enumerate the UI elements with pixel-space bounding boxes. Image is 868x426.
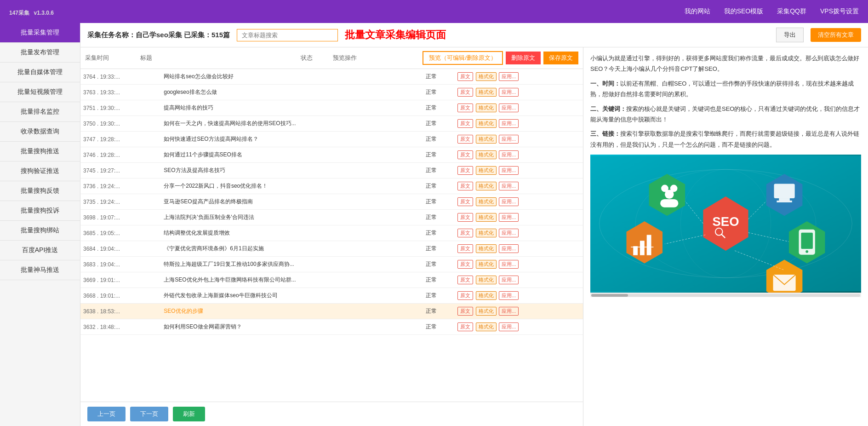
tag-original-7[interactable]: 原文	[457, 182, 473, 190]
tag-format-13[interactable]: 格式化	[476, 276, 497, 284]
sidebar-item-shenma[interactable]: 批量神马推送	[0, 260, 80, 280]
cell-status: 正常	[423, 304, 455, 319]
tag-original-4[interactable]: 原文	[457, 135, 473, 144]
tag-apply-14[interactable]: 应用...	[499, 291, 519, 300]
delete-original-button[interactable]: 删除原文	[506, 52, 541, 64]
preview-scrollbar[interactable]	[590, 293, 861, 297]
scrollbar-thumb[interactable]	[591, 294, 628, 297]
tag-original-1[interactable]: 原文	[457, 88, 473, 97]
tag-apply-13[interactable]: 应用...	[499, 276, 519, 284]
table-row[interactable]: 3683 . 19:04:... 特斯拉上海超级工厂19日复工推动100多家供应…	[80, 257, 583, 272]
table-row[interactable]: 3751 . 19:30:... 提高网站排名的技巧 正常 原文 格式化 应用.…	[80, 100, 583, 116]
tag-format-15[interactable]: 格式化	[476, 307, 497, 316]
tag-format-11[interactable]: 格式化	[476, 244, 497, 253]
table-row[interactable]: 3764 . 19:33:... 网站排名seo怎么做会比较好 正常 原文 格式…	[80, 69, 583, 85]
tag-apply-10[interactable]: 应用...	[499, 229, 519, 237]
table-row[interactable]: 3746 . 19:28:... 如何通过11个步骤提高SEO排名 正常 原文 …	[80, 147, 583, 163]
tag-format-0[interactable]: 格式化	[476, 72, 497, 81]
table-row[interactable]: 3684 . 19:04:... 《宁夏优化营商环境条例》6月1日起实施 正常 …	[80, 241, 583, 257]
tag-format-10[interactable]: 格式化	[476, 229, 497, 237]
tag-original-16[interactable]: 原文	[457, 322, 473, 331]
tag-format-12[interactable]: 格式化	[476, 260, 497, 269]
prev-page-button[interactable]: 上一页	[87, 407, 126, 421]
sidebar-item-publish[interactable]: 批量发布管理	[0, 43, 80, 63]
tag-original-6[interactable]: 原文	[457, 166, 473, 175]
sidebar-item-sogou-complaint[interactable]: 批量搜狗投诉	[0, 201, 80, 221]
sidebar-item-collect[interactable]: 批量采集管理	[0, 23, 80, 43]
table-row[interactable]: 3745 . 19:27:... SEO方法及提高排名技巧 正常 原文 格式化 …	[80, 163, 583, 178]
sidebar-item-sogou-feedback[interactable]: 批量搜狗反馈	[0, 181, 80, 201]
tag-apply-3[interactable]: 应用...	[499, 119, 519, 128]
tag-apply-4[interactable]: 应用...	[499, 135, 519, 144]
tag-apply-16[interactable]: 应用...	[499, 322, 519, 331]
nav-vps-settings[interactable]: VPS拨号设置	[820, 7, 859, 16]
tag-format-14[interactable]: 格式化	[476, 291, 497, 300]
tag-original-2[interactable]: 原文	[457, 104, 473, 112]
tag-format-5[interactable]: 格式化	[476, 150, 497, 159]
export-button[interactable]: 导出	[776, 28, 804, 42]
tag-apply-6[interactable]: 应用...	[499, 166, 519, 175]
svg-point-25	[805, 250, 808, 253]
tag-apply-8[interactable]: 应用...	[499, 197, 519, 206]
search-input[interactable]	[237, 29, 338, 41]
sidebar-item-rank[interactable]: 批量排名监控	[0, 102, 80, 122]
nav-seo-template[interactable]: 我的SEO模版	[724, 7, 764, 16]
tag-original-0[interactable]: 原文	[457, 72, 473, 81]
tag-original-14[interactable]: 原文	[457, 291, 473, 300]
sidebar-item-video[interactable]: 批量短视频管理	[0, 82, 80, 102]
tag-apply-7[interactable]: 应用...	[499, 182, 519, 190]
tag-format-8[interactable]: 格式化	[476, 197, 497, 206]
table-row[interactable]: 3735 . 19:24:... 亚马逊SEO提高产品排名的终极指南 正常 原文…	[80, 194, 583, 210]
tag-original-5[interactable]: 原文	[457, 150, 473, 159]
tag-apply-0[interactable]: 应用...	[499, 72, 519, 81]
sidebar-item-media[interactable]: 批量自媒体管理	[0, 63, 80, 82]
cell-status: 正常	[423, 225, 455, 241]
table-row[interactable]: 3669 . 19:01:... 上海SEO优化外包上海牛巨微网络科技有限公司站…	[80, 272, 583, 288]
tag-apply-9[interactable]: 应用...	[499, 213, 519, 222]
tag-apply-12[interactable]: 应用...	[499, 260, 519, 269]
sidebar-item-sogou-verify[interactable]: 搜狗验证推送	[0, 161, 80, 181]
tag-original-8[interactable]: 原文	[457, 197, 473, 206]
table-row[interactable]: 3685 . 19:05:... 结构调整优化发展提质增效 正常 原文 格式化 …	[80, 225, 583, 241]
cell-title: 如何通过11个步骤提高SEO排名	[161, 147, 423, 163]
sidebar-item-baidu-api[interactable]: 百度API推送	[0, 241, 80, 260]
tag-original-15[interactable]: 原文	[457, 307, 473, 316]
tag-apply-2[interactable]: 应用...	[499, 104, 519, 112]
tag-original-11[interactable]: 原文	[457, 244, 473, 253]
tag-apply-11[interactable]: 应用...	[499, 244, 519, 253]
table-row[interactable]: 3750 . 19:30:... 如何在一天之内，快速提高网站排名的使用SEO技…	[80, 116, 583, 132]
sidebar-item-sogou-push[interactable]: 批量搜狗推送	[0, 142, 80, 161]
table-row[interactable]: 3632 . 18:48:... 如何利用SEO做全网霸屏营销？ 正常 原文 格…	[80, 319, 583, 335]
sidebar-item-index[interactable]: 收录数据查询	[0, 122, 80, 142]
table-row[interactable]: 3763 . 19:33:... googleseo排名怎么做 正常 原文 格式…	[80, 85, 583, 100]
tag-format-16[interactable]: 格式化	[476, 322, 497, 331]
table-row[interactable]: 3747 . 19:28:... 如何快速通过SEO方法提高网站排名？ 正常 原…	[80, 132, 583, 147]
tag-format-9[interactable]: 格式化	[476, 213, 497, 222]
table-row[interactable]: 3736 . 19:24:... 分享一个2022新风口，抖音seo优化排名！ …	[80, 178, 583, 194]
tag-original-3[interactable]: 原文	[457, 119, 473, 128]
tag-original-13[interactable]: 原文	[457, 276, 473, 284]
tag-format-2[interactable]: 格式化	[476, 104, 497, 112]
tag-format-7[interactable]: 格式化	[476, 182, 497, 190]
tag-original-10[interactable]: 原文	[457, 229, 473, 237]
nav-qq-group[interactable]: 采集QQ群	[777, 7, 806, 16]
tag-original-9[interactable]: 原文	[457, 213, 473, 222]
sidebar-item-sogou-bind[interactable]: 批量搜狗绑站	[0, 221, 80, 241]
tag-apply-15[interactable]: 应用...	[499, 307, 519, 316]
table-row[interactable]: 3698 . 19:07:... 上海法院判决'负面压制业务'合同违法 正常 原…	[80, 210, 583, 225]
save-original-button[interactable]: 保存原文	[543, 52, 578, 64]
preview-label[interactable]: 预览（可编辑/删除原文）	[423, 51, 503, 65]
tag-format-3[interactable]: 格式化	[476, 119, 497, 128]
nav-my-site[interactable]: 我的网站	[685, 7, 710, 16]
clear-all-button[interactable]: 清空所有文章	[811, 28, 861, 42]
table-row[interactable]: 3668 . 19:01:... 外链代发包收录上海新媒体seo牛巨微科技公司 …	[80, 288, 583, 304]
tag-original-12[interactable]: 原文	[457, 260, 473, 269]
tag-apply-1[interactable]: 应用...	[499, 88, 519, 97]
refresh-button[interactable]: 刷新	[173, 407, 205, 421]
tag-format-6[interactable]: 格式化	[476, 166, 497, 175]
next-page-button[interactable]: 下一页	[130, 407, 168, 421]
tag-format-1[interactable]: 格式化	[476, 88, 497, 97]
table-row[interactable]: 3638 . 18:53:... SEO优化的步骤 正常 原文 格式化 应用..…	[80, 304, 583, 319]
tag-format-4[interactable]: 格式化	[476, 135, 497, 144]
tag-apply-5[interactable]: 应用...	[499, 150, 519, 159]
